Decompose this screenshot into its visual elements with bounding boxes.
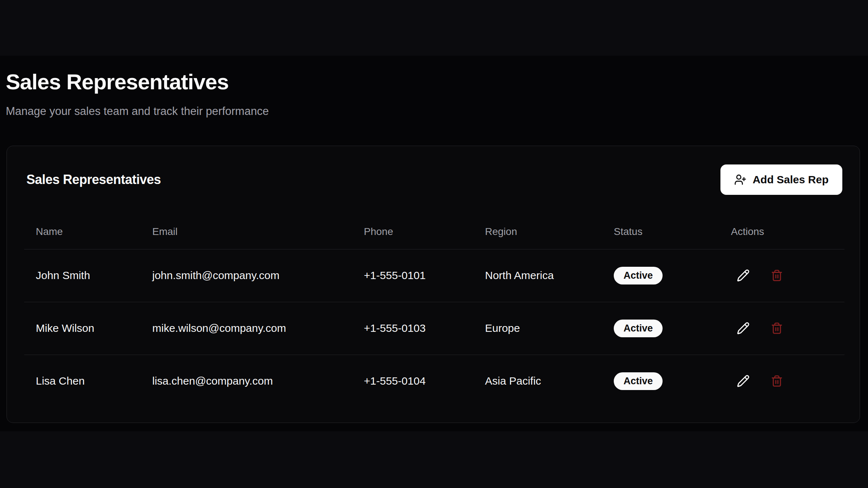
delete-button[interactable] — [769, 373, 785, 389]
row-actions — [731, 372, 844, 390]
add-sales-rep-button[interactable]: Add Sales Rep — [720, 164, 842, 195]
rep-name: John Smith — [24, 249, 141, 302]
pencil-icon — [737, 322, 750, 335]
table-row: John Smith john.smith@company.com +1-555… — [24, 249, 844, 302]
column-header-region: Region — [473, 214, 602, 249]
trash-icon — [771, 269, 783, 282]
trash-icon — [771, 375, 783, 387]
status-badge: Active — [614, 372, 663, 390]
edit-button[interactable] — [735, 320, 752, 337]
rep-email: lisa.chen@company.com — [141, 355, 352, 407]
column-header-email: Email — [141, 214, 352, 249]
rep-email: john.smith@company.com — [141, 249, 352, 302]
app-window: Sales Representatives Manage your sales … — [0, 0, 868, 488]
pencil-icon — [737, 269, 750, 282]
pencil-icon — [737, 374, 750, 388]
rep-email: mike.wilson@company.com — [141, 302, 352, 355]
edit-button[interactable] — [735, 267, 752, 284]
rep-phone: +1-555-0101 — [352, 249, 473, 302]
delete-button[interactable] — [769, 320, 785, 337]
row-actions — [731, 320, 844, 337]
rep-phone: +1-555-0104 — [352, 355, 473, 407]
rep-name: Mike Wilson — [24, 302, 141, 355]
status-badge: Active — [614, 320, 663, 337]
add-sales-rep-label: Add Sales Rep — [753, 174, 829, 186]
card-header: Sales Representatives Add Sales Rep — [24, 163, 842, 196]
status-badge: Active — [614, 267, 663, 284]
column-header-status: Status — [602, 214, 719, 249]
card-title: Sales Representatives — [26, 172, 161, 187]
delete-button[interactable] — [769, 267, 785, 284]
rep-name: Lisa Chen — [24, 355, 141, 407]
page-title: Sales Representatives — [6, 69, 229, 94]
row-actions — [731, 267, 844, 284]
column-header-name: Name — [24, 214, 141, 249]
page-subtitle: Manage your sales team and track their p… — [6, 103, 269, 119]
user-plus-icon — [734, 174, 746, 186]
table-row: Mike Wilson mike.wilson@company.com +1-5… — [24, 302, 844, 355]
table-row: Lisa Chen lisa.chen@company.com +1-555-0… — [24, 355, 844, 407]
sales-reps-table: Name Email Phone Region Status Actions J… — [24, 214, 844, 407]
rep-region: North America — [473, 249, 602, 302]
trash-icon — [771, 322, 783, 334]
sales-reps-card: Sales Representatives Add Sales Rep — [7, 146, 860, 423]
rep-phone: +1-555-0103 — [352, 302, 473, 355]
table-header-row: Name Email Phone Region Status Actions — [24, 214, 844, 249]
edit-button[interactable] — [735, 372, 752, 390]
rep-region: Europe — [473, 302, 602, 355]
column-header-phone: Phone — [352, 214, 473, 249]
main-content: Sales Representatives Manage your sales … — [0, 0, 868, 488]
rep-region: Asia Pacific — [473, 355, 602, 407]
column-header-actions: Actions — [719, 214, 844, 249]
